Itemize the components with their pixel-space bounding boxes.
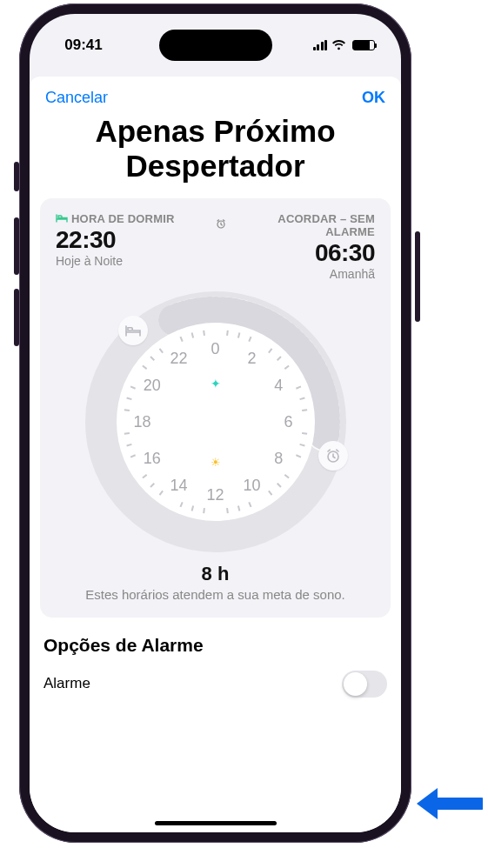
toggle-knob <box>344 672 367 696</box>
bedtime-label: HORA DE DORMIR <box>71 212 175 225</box>
page-title: Apenas Próximo Despertador <box>30 110 401 198</box>
callout-arrow <box>413 783 483 825</box>
wake-sub: Amanhã <box>216 267 376 281</box>
alarm-toggle-label: Alarme <box>43 675 90 692</box>
wake-block: ACORDAR – SEM ALARME 06:30 Amanhã <box>216 212 376 282</box>
dial-tick <box>203 331 205 336</box>
dial-hour-16: 16 <box>144 450 161 468</box>
bed-icon <box>56 212 68 225</box>
bedtime-block: HORA DE DORMIR 22:30 Hoje à Noite <box>56 212 216 282</box>
dial-hour-18: 18 <box>133 413 150 431</box>
dial-hour-20: 20 <box>144 377 161 395</box>
home-indicator[interactable] <box>155 821 277 825</box>
status-indicators <box>313 40 376 50</box>
cancel-button[interactable]: Cancelar <box>45 89 108 107</box>
duration-note: Estes horários atendem a sua meta de son… <box>56 587 375 602</box>
alarm-options-title: Opções de Alarme <box>30 618 401 664</box>
duration-value: 8 h <box>56 563 375 585</box>
dial-hour-6: 6 <box>284 413 292 431</box>
dial-tick <box>226 508 229 513</box>
dial-hour-0: 0 <box>211 340 219 358</box>
times-row: HORA DE DORMIR 22:30 Hoje à Noite ACORDA… <box>56 212 375 282</box>
cellular-signal-icon <box>313 40 328 50</box>
dial-tick <box>203 508 205 513</box>
dial-hour-14: 14 <box>170 476 187 494</box>
dial-hour-8: 8 <box>274 450 283 468</box>
bedtime-sub: Hoje à Noite <box>56 254 216 268</box>
dial-hour-4: 4 <box>274 377 283 395</box>
sheet-header: Cancelar OK <box>30 77 401 110</box>
wake-label: ACORDAR – SEM ALARME <box>230 212 376 238</box>
sleep-dial[interactable]: ✦ ☀ 0246810121416182022 <box>85 291 346 552</box>
bedtime-value: 22:30 <box>56 225 216 255</box>
dial-hour-12: 12 <box>206 486 224 504</box>
dial-hour-10: 10 <box>243 476 260 494</box>
wifi-icon <box>331 40 346 50</box>
power-button[interactable] <box>415 231 420 322</box>
day-sun-icon: ☀ <box>211 456 221 469</box>
sheet-content: Cancelar OK Apenas Próximo Despertador H… <box>30 77 401 832</box>
dial-hour-22: 22 <box>170 350 187 368</box>
status-time: 09:41 <box>56 37 111 54</box>
dial-hour-2: 2 <box>247 350 256 368</box>
alarm-row: Alarme <box>30 664 401 703</box>
ok-button[interactable]: OK <box>362 89 385 107</box>
dynamic-island <box>159 30 272 61</box>
alarm-icon <box>216 218 226 231</box>
phone-frame: 09:41 Cancelar OK Apenas Próximo Despert… <box>19 3 411 843</box>
dial-tick <box>226 331 229 336</box>
night-star-icon: ✦ <box>211 377 221 391</box>
alarm-toggle[interactable] <box>342 671 387 698</box>
bedtime-handle[interactable] <box>118 316 148 345</box>
phone-screen: 09:41 Cancelar OK Apenas Próximo Despert… <box>30 14 401 832</box>
wake-handle[interactable] <box>318 441 348 471</box>
wake-value: 06:30 <box>216 238 376 268</box>
schedule-card: HORA DE DORMIR 22:30 Hoje à Noite ACORDA… <box>40 198 391 618</box>
battery-icon <box>352 40 375 50</box>
